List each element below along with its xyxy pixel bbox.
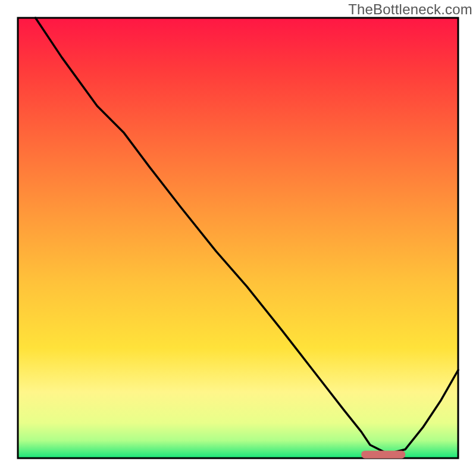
bottleneck-chart (0, 0, 476, 476)
optimal-zone-marker (361, 451, 405, 459)
watermark-text: TheBottleneck.com (348, 1, 472, 18)
plot-background (18, 18, 458, 458)
